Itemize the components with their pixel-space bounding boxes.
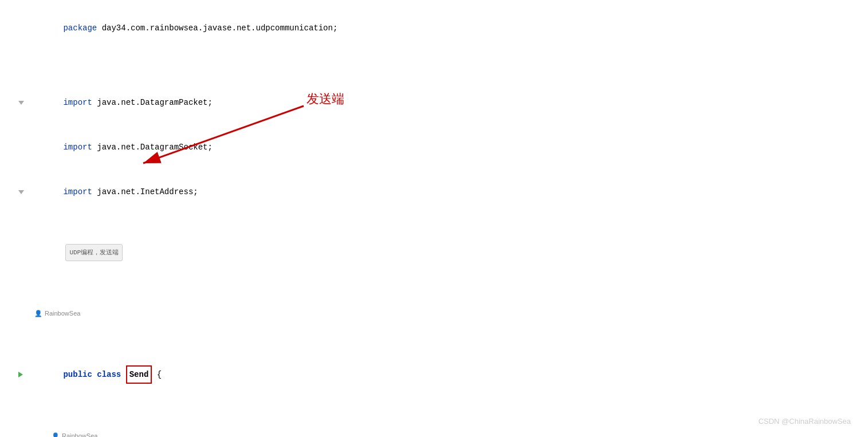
class-name-box: Send [126, 365, 152, 384]
line-content: import java.net.InetAddress; [29, 170, 868, 214]
gutter [0, 372, 29, 377]
code-line [0, 214, 868, 229]
line-content: import java.net.DatagramSocket; [29, 125, 868, 170]
code-line [0, 50, 868, 65]
author-badge-2: 👤 RainbowSea [52, 428, 868, 437]
person-icon: 👤 [34, 306, 42, 321]
class-declaration-line: public class Send { [0, 351, 868, 399]
gutter [0, 190, 29, 194]
gutter [0, 101, 29, 105]
author-line-1: 👤 RainbowSea [0, 276, 868, 351]
line-content: 👤 RainbowSea [29, 276, 868, 351]
code-editor: package day34.com.rainbowsea.javase.net.… [0, 0, 868, 437]
code-line: import java.net.DatagramSocket; [0, 125, 868, 170]
annotation-badge-line: UDP编程，发送端 [0, 229, 868, 276]
watermark: CSDN @ChinaRainbowSea [759, 417, 851, 426]
line-content [29, 214, 868, 229]
line-content: 👤 RainbowSea [29, 399, 868, 437]
author-badge: 👤 RainbowSea [34, 306, 868, 321]
annotation-badge: UDP编程，发送端 [65, 244, 123, 261]
line-content: package day34.com.rainbowsea.javase.net.… [29, 6, 868, 50]
code-line [0, 65, 868, 80]
fold-icon [18, 101, 24, 105]
line-content [29, 50, 868, 65]
person-icon-2: 👤 [52, 428, 60, 437]
author-name-2: RainbowSea [62, 428, 97, 437]
line-content: UDP编程，发送端 [29, 229, 868, 276]
code-line: import java.net.InetAddress; [0, 170, 868, 214]
line-content: import java.net.DatagramPacket; [29, 80, 868, 125]
run-icon[interactable] [18, 372, 23, 377]
line-content: public class Send { [29, 351, 868, 399]
author-name: RainbowSea [45, 306, 80, 321]
author-line-2: 👤 RainbowSea [0, 399, 868, 437]
line-content [29, 65, 868, 80]
code-line: package day34.com.rainbowsea.javase.net.… [0, 6, 868, 50]
code-line: import java.net.DatagramPacket; [0, 80, 868, 125]
